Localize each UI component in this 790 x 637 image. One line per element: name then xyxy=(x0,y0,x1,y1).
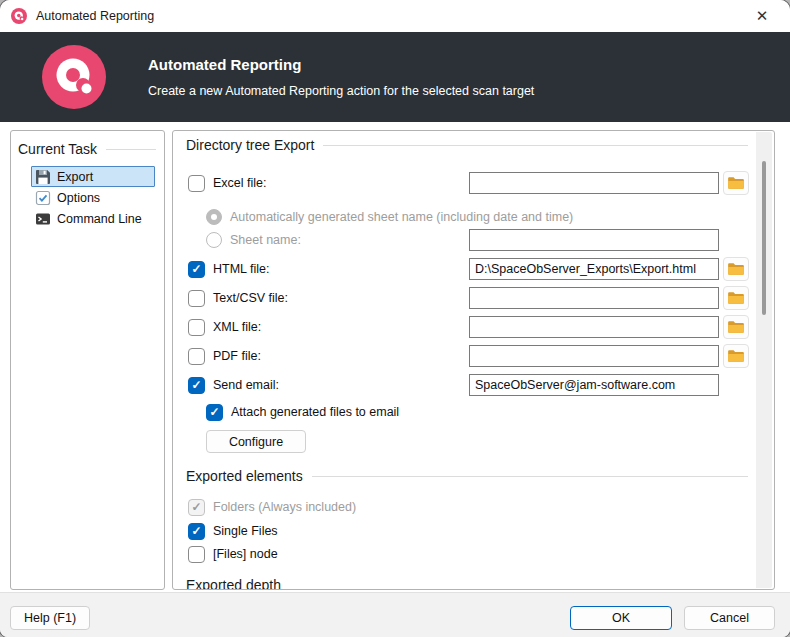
group-rule xyxy=(106,149,156,150)
send-email-checkbox[interactable] xyxy=(188,377,205,394)
sidebar-item-export[interactable]: Export xyxy=(31,166,155,187)
xml-browse-folder-icon[interactable] xyxy=(723,315,749,339)
folders-checkbox xyxy=(188,499,205,516)
ok-button[interactable]: OK xyxy=(570,606,672,630)
sidebar-item-label: Options xyxy=(57,191,100,205)
csv-file-row: Text/CSV file: xyxy=(188,287,288,309)
attach-files-row: Attach generated files to email xyxy=(206,401,399,423)
save-icon xyxy=(35,169,51,185)
dialog-footer: Help (F1) OK Cancel xyxy=(0,592,790,637)
sidebar-item-options[interactable]: Options xyxy=(31,187,155,208)
auto-sheet-name-radio[interactable] xyxy=(206,209,222,225)
window-title: Automated Reporting xyxy=(36,9,154,23)
excel-file-row: Excel file: xyxy=(188,172,267,194)
pdf-file-path-input[interactable] xyxy=(469,345,719,367)
exported-elements-group-title: Exported elements xyxy=(186,468,748,484)
single-files-checkbox[interactable] xyxy=(188,523,205,540)
html-file-path-input[interactable] xyxy=(469,258,719,280)
group-rule xyxy=(323,145,748,146)
group-rule xyxy=(312,476,748,477)
current-task-group-title: Current Task xyxy=(18,141,156,157)
files-node-row: [Files] node xyxy=(188,543,278,565)
titlebar: Automated Reporting ✕ xyxy=(0,0,790,32)
sidebar-item-label: Export xyxy=(57,170,93,184)
checkbox-icon xyxy=(35,190,51,206)
sheet-name-input[interactable] xyxy=(469,229,719,251)
folders-label: Folders (Always included) xyxy=(213,500,356,514)
header-banner: Automated Reporting Create a new Automat… xyxy=(0,32,790,122)
csv-file-label: Text/CSV file: xyxy=(213,291,288,305)
folders-row: Folders (Always included) xyxy=(188,496,356,518)
attach-files-checkbox[interactable] xyxy=(206,404,223,421)
console-icon xyxy=(35,211,51,227)
sheet-name-label: Sheet name: xyxy=(230,233,301,247)
spaceobserver-logo-icon xyxy=(42,45,106,109)
sheet-name-row: Sheet name: xyxy=(206,230,301,250)
excel-browse-folder-icon[interactable] xyxy=(723,171,749,195)
close-icon[interactable]: ✕ xyxy=(740,0,784,31)
csv-browse-folder-icon[interactable] xyxy=(723,286,749,310)
configure-button[interactable]: Configure xyxy=(206,430,306,453)
exported-depth-group-title: Exported depth xyxy=(186,577,281,590)
files-node-label: [Files] node xyxy=(213,547,278,561)
pdf-file-checkbox[interactable] xyxy=(188,348,205,365)
html-browse-folder-icon[interactable] xyxy=(723,257,749,281)
pdf-browse-folder-icon[interactable] xyxy=(723,344,749,368)
csv-file-path-input[interactable] xyxy=(469,287,719,309)
attach-files-label: Attach generated files to email xyxy=(231,405,399,419)
auto-sheet-name-row: Automatically generated sheet name (incl… xyxy=(206,207,573,227)
banner-title: Automated Reporting xyxy=(148,56,534,73)
export-settings-panel: Directory tree Export Excel file: Automa… xyxy=(172,130,775,590)
automated-reporting-dialog: Automated Reporting ✕ Automated Reportin… xyxy=(0,0,790,637)
excel-file-checkbox[interactable] xyxy=(188,175,205,192)
scrollbar-thumb[interactable] xyxy=(762,161,766,315)
single-files-label: Single Files xyxy=(213,524,278,538)
files-node-checkbox[interactable] xyxy=(188,546,205,563)
sidebar-item-command-line[interactable]: Command Line xyxy=(31,208,155,229)
current-task-panel: Current Task Export Options xyxy=(10,130,165,590)
xml-file-checkbox[interactable] xyxy=(188,319,205,336)
email-address-input[interactable] xyxy=(469,374,719,396)
help-button[interactable]: Help (F1) xyxy=(10,606,90,630)
directory-tree-export-group-title: Directory tree Export xyxy=(186,137,748,153)
html-file-label: HTML file: xyxy=(213,262,270,276)
html-file-checkbox[interactable] xyxy=(188,261,205,278)
pdf-file-label: PDF file: xyxy=(213,349,261,363)
excel-file-path-input[interactable] xyxy=(469,172,719,194)
vertical-scrollbar[interactable] xyxy=(756,132,772,588)
csv-file-checkbox[interactable] xyxy=(188,290,205,307)
xml-file-label: XML file: xyxy=(213,320,261,334)
cancel-button[interactable]: Cancel xyxy=(684,606,775,630)
sheet-name-radio[interactable] xyxy=(206,232,222,248)
auto-sheet-name-label: Automatically generated sheet name (incl… xyxy=(230,210,573,224)
send-email-row: Send email: xyxy=(188,374,279,396)
xml-file-row: XML file: xyxy=(188,316,261,338)
app-logo-icon xyxy=(11,8,27,24)
html-file-row: HTML file: xyxy=(188,258,270,280)
group-title-label: Directory tree Export xyxy=(186,137,314,153)
pdf-file-row: PDF file: xyxy=(188,345,261,367)
banner-subtitle: Create a new Automated Reporting action … xyxy=(148,84,534,98)
current-task-label: Current Task xyxy=(18,141,97,157)
excel-file-label: Excel file: xyxy=(213,176,267,190)
xml-file-path-input[interactable] xyxy=(469,316,719,338)
sidebar-item-label: Command Line xyxy=(57,212,142,226)
send-email-label: Send email: xyxy=(213,378,279,392)
single-files-row: Single Files xyxy=(188,520,278,542)
group-title-label: Exported elements xyxy=(186,468,303,484)
